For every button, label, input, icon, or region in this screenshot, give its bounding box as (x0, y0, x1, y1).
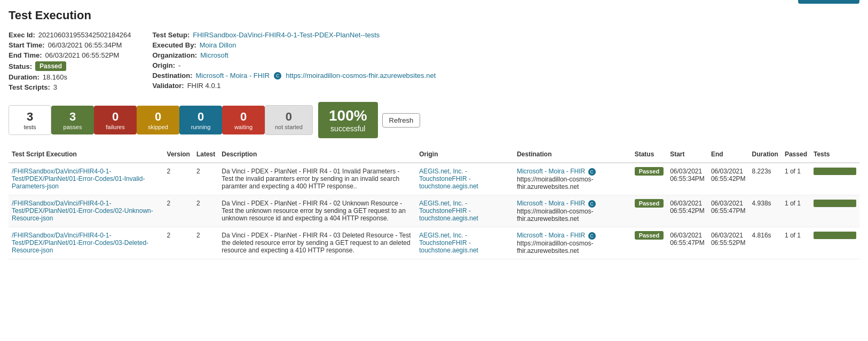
col-passed: Passed (782, 146, 810, 163)
refresh-button[interactable]: Refresh (382, 113, 421, 128)
end-time-label: End Time: (9, 51, 42, 59)
progress-bar (814, 200, 856, 207)
destination-url-link[interactable]: https://moiradillon-cosmos-fhir.azureweb… (286, 72, 436, 80)
running-num: 0 (198, 110, 204, 124)
skipped-num: 0 (155, 110, 161, 124)
description-cell: Da Vinci - PDEX - PlanNet - FHIR R4 - 03… (218, 227, 416, 259)
execute-again-button[interactable]: Execute Again (798, 0, 859, 4)
origin-label: Origin: (152, 61, 175, 69)
col-status: Status (632, 146, 667, 163)
failures-num: 0 (112, 110, 119, 124)
progress-bar (814, 232, 856, 239)
start-cell: 06/03/2021 06:55:47PM (667, 227, 708, 259)
not-started-card: 0 not started (265, 105, 313, 135)
tests-cell (810, 195, 859, 227)
dest-copy-icon: C (588, 232, 596, 240)
executed-by-link[interactable]: Moira Dillon (200, 41, 236, 49)
script-link[interactable]: /FHIRSandbox/DaVinci/FHIR4-0-1-Test/PDEX… (12, 200, 153, 222)
origin-value: - (178, 61, 180, 69)
start-time-label: Start Time: (9, 41, 45, 49)
table-row: /FHIRSandbox/DaVinci/FHIR4-0-1-Test/PDEX… (9, 195, 859, 227)
meta-right: Test Setup: FHIRSandbox-DaVinci-FHIR4-0-… (152, 31, 436, 91)
passed-cell: 1 of 1 (782, 195, 810, 227)
start-cell: 06/03/2021 06:55:34PM (667, 163, 708, 195)
destination-link[interactable]: Microsoft - Moira - FHIR (196, 72, 270, 80)
test-setup-link[interactable]: FHIRSandbox-DaVinci-FHIR4-0-1-Test-PDEX-… (193, 31, 380, 39)
table-row: /FHIRSandbox/DaVinci/FHIR4-0-1-Test/PDEX… (9, 227, 859, 259)
not-started-num: 0 (286, 110, 292, 124)
description-cell: Da Vinci - PDEX - PlanNet - FHIR R4 - 01… (218, 163, 416, 195)
passed-cell: 1 of 1 (782, 163, 810, 195)
waiting-num: 0 (240, 110, 247, 124)
script-link[interactable]: /FHIRSandbox/DaVinci/FHIR4-0-1-Test/PDEX… (12, 232, 148, 254)
results-table: Test Script Execution Version Latest Des… (9, 146, 859, 259)
status-label: Status: (9, 62, 32, 70)
meta-left: Exec Id: 202106031955342502184264 Start … (9, 31, 131, 91)
script-link[interactable]: /FHIRSandbox/DaVinci/FHIR4-0-1-Test/PDEX… (12, 168, 145, 190)
col-version: Version (164, 146, 193, 163)
executed-by-label: Executed By: (152, 41, 196, 49)
origin-cell: AEGIS.net, Inc. - TouchstoneFHIR - touch… (416, 195, 514, 227)
destination-cell: Microsoft - Moira - FHIR C https://moira… (514, 195, 631, 227)
progress-bar (814, 168, 856, 175)
success-box: 100% successful (318, 102, 378, 138)
latest-cell: 2 (193, 195, 218, 227)
destination-cell: Microsoft - Moira - FHIR C https://moira… (514, 227, 631, 259)
execution-metadata: Exec Id: 202106031955342502184264 Start … (9, 31, 859, 91)
version-cell: 2 (164, 163, 193, 195)
start-time-value: 06/03/2021 06:55:34PM (48, 41, 122, 49)
failures-card: 0 failures (94, 106, 137, 134)
start-cell: 06/03/2021 06:55:42PM (667, 195, 708, 227)
dest-url: https://moiradillon-cosmos-fhir.azureweb… (517, 176, 593, 191)
total-tests-label: tests (23, 124, 36, 130)
version-cell: 2 (164, 195, 193, 227)
passes-label: passes (64, 124, 82, 130)
destination-label: Destination: (152, 72, 192, 80)
destination-copy-icon: C (274, 72, 281, 80)
running-card: 0 running (179, 106, 222, 134)
passes-card: 3 passes (51, 106, 94, 134)
waiting-card: 0 waiting (222, 106, 265, 134)
skipped-label: skipped (148, 124, 168, 130)
latest-cell: 2 (193, 163, 218, 195)
total-tests-card: 3 tests (9, 105, 51, 135)
duration-label: Duration: (9, 73, 40, 81)
skipped-card: 0 skipped (137, 106, 179, 134)
exec-id-label: Exec Id: (9, 31, 35, 39)
summary-bar: 3 tests 3 passes 0 failures 0 skipped 0 … (9, 102, 859, 138)
waiting-label: waiting (234, 124, 252, 130)
dest-copy-icon: C (588, 168, 596, 176)
tests-cell (810, 227, 859, 259)
status-badge: Passed (35, 61, 66, 71)
passed-cell: 1 of 1 (782, 227, 810, 259)
dest-url: https://moiradillon-cosmos-fhir.azureweb… (517, 208, 593, 223)
success-pct: 100% (329, 107, 367, 124)
end-time-value: 06/03/2021 06:55:52PM (45, 51, 120, 59)
destination-cell: Microsoft - Moira - FHIR C https://moira… (514, 163, 631, 195)
success-label: successful (330, 124, 365, 133)
end-cell: 06/03/2021 06:55:52PM (708, 227, 749, 259)
end-cell: 06/03/2021 06:55:47PM (708, 195, 749, 227)
col-latest: Latest (193, 146, 218, 163)
status-cell: Passed (632, 163, 667, 195)
col-destination: Destination (514, 146, 631, 163)
col-end: End (708, 146, 749, 163)
description-cell: Da Vinci - PDEX - PlanNet - FHIR R4 - 02… (218, 195, 416, 227)
col-origin: Origin (416, 146, 514, 163)
passed-badge: Passed (635, 167, 664, 176)
duration-cell: 4.816s (749, 227, 782, 259)
exec-id-value: 202106031955342502184264 (38, 31, 131, 39)
table-header-row: Test Script Execution Version Latest Des… (9, 146, 859, 163)
passed-badge: Passed (635, 231, 664, 240)
latest-cell: 2 (193, 227, 218, 259)
page-title: Test Execution (9, 9, 859, 22)
duration-cell: 4.938s (749, 195, 782, 227)
organization-link[interactable]: Microsoft (200, 51, 228, 59)
test-setup-label: Test Setup: (152, 31, 190, 39)
version-cell: 2 (164, 227, 193, 259)
dest-url: https://moiradillon-cosmos-fhir.azureweb… (517, 240, 593, 255)
col-description: Description (218, 146, 416, 163)
duration-value: 18.160s (43, 73, 67, 81)
dest-copy-icon: C (588, 200, 596, 208)
test-scripts-value: 3 (53, 83, 57, 91)
